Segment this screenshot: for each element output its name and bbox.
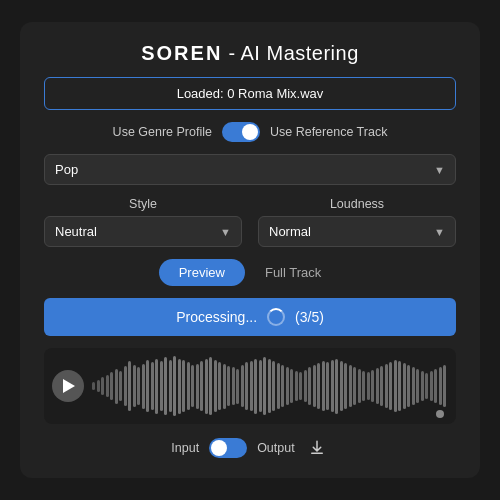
file-loaded-label: Loaded: 0 Roma Mix.wav <box>177 86 324 101</box>
genre-dropdown-value: Pop <box>55 162 78 177</box>
waveform-bar <box>263 357 266 415</box>
loudness-dropdown-chevron: ▼ <box>434 226 445 238</box>
use-genre-label: Use Genre Profile <box>113 125 212 139</box>
waveform-bar <box>299 372 302 400</box>
waveform-bar <box>385 364 388 408</box>
waveform-bar <box>164 357 167 415</box>
waveform-bar <box>268 359 271 413</box>
genre-dropdown-chevron: ▼ <box>434 164 445 176</box>
waveform-bar <box>227 366 230 406</box>
waveform-bar <box>358 369 361 403</box>
waveform-bar <box>169 360 172 412</box>
loudness-label: Loudness <box>258 197 456 211</box>
waveform-bar <box>308 367 311 405</box>
waveform-bar <box>259 360 262 412</box>
waveform-bar <box>349 365 352 407</box>
waveform-bar <box>367 372 370 400</box>
waveform-bar <box>218 362 221 410</box>
waveform-bar <box>101 377 104 395</box>
waveform-bar <box>313 365 316 407</box>
waveform-bar <box>232 367 235 405</box>
brand-name: SOREN <box>141 42 222 64</box>
loudness-dropdown-value: Normal <box>269 224 311 239</box>
waveform-bar <box>295 371 298 401</box>
full-track-tab-label: Full Track <box>265 265 321 280</box>
waveform-bar <box>205 359 208 414</box>
waveform-canvas[interactable] <box>92 356 448 416</box>
waveform-bar <box>326 362 329 410</box>
waveform-bar <box>191 365 194 407</box>
waveform-section <box>44 348 456 424</box>
waveform-bar <box>380 366 383 406</box>
waveform-bar <box>317 363 320 409</box>
processing-bar: Processing... (3/5) <box>44 298 456 336</box>
waveform-bar <box>137 367 140 405</box>
app-subtitle: - AI Mastering <box>222 42 358 64</box>
waveform-bar <box>371 370 374 402</box>
use-reference-label: Use Reference Track <box>270 125 387 139</box>
waveform-bar <box>412 367 415 405</box>
preview-tabs-row: Preview Full Track <box>44 259 456 286</box>
waveform-bar <box>173 356 176 416</box>
app-title: SOREN - AI Mastering <box>44 42 456 65</box>
waveform-bar <box>407 365 410 407</box>
waveform-bar <box>196 364 199 409</box>
download-button[interactable] <box>305 436 329 460</box>
input-label: Input <box>171 441 199 455</box>
waveform-bar <box>421 371 424 401</box>
download-icon <box>308 439 326 457</box>
preview-tab-label: Preview <box>179 265 225 280</box>
waveform-bar <box>403 363 406 409</box>
waveform-bar <box>353 367 356 405</box>
waveform-bar <box>250 361 253 411</box>
waveform-bar <box>362 371 365 401</box>
genre-dropdown[interactable]: Pop ▼ <box>44 154 456 185</box>
app-container: SOREN - AI Mastering Loaded: 0 Roma Mix.… <box>20 22 480 478</box>
play-button[interactable] <box>52 370 84 402</box>
waveform-bar <box>187 362 190 410</box>
io-toggle-knob <box>211 440 227 456</box>
spinner <box>267 308 285 326</box>
waveform-bar <box>304 370 307 402</box>
loudness-dropdown[interactable]: Normal ▼ <box>258 216 456 247</box>
full-track-tab[interactable]: Full Track <box>245 259 341 286</box>
waveform-bar <box>128 361 131 411</box>
waveform-bar <box>416 369 419 403</box>
file-loaded-box: Loaded: 0 Roma Mix.wav <box>44 77 456 110</box>
waveform-bar <box>290 369 293 403</box>
waveform-bar <box>335 359 338 414</box>
waveform-bar <box>443 365 446 407</box>
waveform-bar <box>389 362 392 410</box>
preview-tab[interactable]: Preview <box>159 259 245 286</box>
style-dropdown-chevron: ▼ <box>220 226 231 238</box>
waveform-bar <box>376 368 379 404</box>
waveform-bar <box>254 359 257 414</box>
processing-label: Processing... <box>176 309 257 325</box>
genre-toggle[interactable] <box>222 122 260 142</box>
waveform-bar <box>151 362 154 410</box>
waveform-bar <box>394 360 397 412</box>
style-dropdown[interactable]: Neutral ▼ <box>44 216 242 247</box>
waveform-bar <box>214 360 217 412</box>
waveform-bar <box>124 366 127 406</box>
waveform-bar <box>182 360 185 412</box>
waveform-bar <box>155 359 158 414</box>
style-loudness-row: Style Neutral ▼ Loudness Normal ▼ <box>44 197 456 247</box>
waveform-bar <box>200 361 203 411</box>
waveform-bar <box>119 371 122 401</box>
waveform-bar <box>272 361 275 411</box>
waveform-bar <box>97 380 100 392</box>
genre-toggle-knob <box>242 124 258 140</box>
waveform-bar <box>286 367 289 405</box>
waveform-bar <box>106 375 109 397</box>
waveform-bar <box>223 364 226 409</box>
waveform-bar <box>160 361 163 411</box>
waveform-bar <box>142 364 145 409</box>
loudness-group: Loudness Normal ▼ <box>258 197 456 247</box>
io-row: Input Output <box>44 436 456 460</box>
waveform-bar <box>340 361 343 411</box>
style-group: Style Neutral ▼ <box>44 197 242 247</box>
waveform-bar <box>439 367 442 405</box>
waveform-bar <box>448 363 449 409</box>
io-toggle[interactable] <box>209 438 247 458</box>
